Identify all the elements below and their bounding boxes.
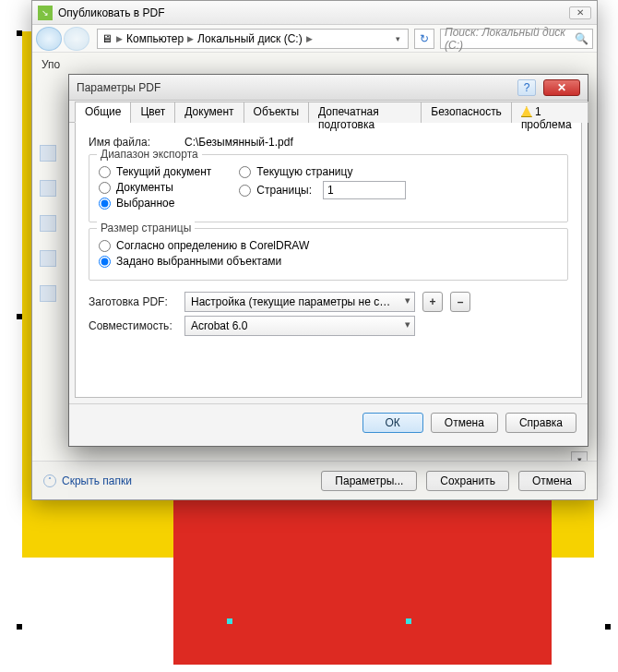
radio-selection-label: Выбранное [116, 197, 174, 210]
sidebar-places [40, 145, 60, 385]
radio-current-page[interactable]: Текущую страницу [239, 165, 406, 178]
tab-general[interactable]: Общие [75, 102, 131, 123]
crumb-computer[interactable]: Компьютер [126, 32, 184, 45]
warning-icon [521, 106, 532, 117]
search-input[interactable]: Поиск: Локальный диск (C:) 🔍 [440, 29, 593, 49]
preset-value: Настройка (текущие параметры не с… [191, 295, 390, 308]
inner-title-text: Параметры PDF [77, 81, 160, 94]
ok-button[interactable]: ОК [362, 413, 423, 433]
radio-documents-label: Документы [116, 181, 173, 194]
preset-combo[interactable]: Настройка (текущие параметры не с… [184, 292, 415, 312]
chevron-right-icon: ▶ [116, 34, 123, 43]
radio-pages-label: Страницы: [256, 184, 312, 197]
hide-folders-toggle[interactable]: ˄ Скрыть папки [43, 474, 132, 487]
tabstrip: Общие Цвет Документ Объекты Допечатная п… [69, 101, 588, 123]
selection-handle[interactable] [605, 624, 611, 630]
computer-icon: 🖥 [101, 32, 113, 45]
compat-combo[interactable]: Acrobat 6.0 [184, 316, 415, 336]
chevron-right-icon: ▶ [187, 34, 194, 43]
sidebar-item[interactable] [40, 285, 56, 302]
search-placeholder: Поиск: Локальный диск (C:) [445, 26, 575, 52]
export-range-title: Диапазон экспорта [97, 148, 202, 161]
help-button[interactable]: ? [517, 79, 536, 96]
sidebar-item[interactable] [40, 145, 56, 162]
help-button-footer[interactable]: Справка [505, 413, 576, 433]
dropdown-arrow[interactable]: ▾ [571, 451, 588, 461]
selection-handle[interactable] [17, 314, 22, 319]
outer-save-button[interactable]: Сохранить [426, 471, 509, 491]
compat-value: Acrobat 6.0 [191, 319, 247, 332]
selection-handle[interactable] [17, 624, 22, 630]
chevron-up-icon: ˄ [43, 474, 56, 487]
inner-footer: ОК Отмена Справка [69, 403, 588, 440]
inner-titlebar: Параметры PDF ? ✕ [69, 75, 588, 101]
tab-problem-label: 1 проблема [521, 105, 572, 131]
inner-close-button[interactable]: ✕ [543, 79, 580, 96]
outer-params-button[interactable]: Параметры... [321, 471, 417, 491]
sidebar-item[interactable] [40, 180, 56, 197]
node-handle[interactable] [227, 618, 232, 624]
tab-document[interactable]: Документ [174, 102, 244, 123]
tab-prepress[interactable]: Допечатная подготовка [308, 102, 422, 123]
radio-by-selection[interactable]: Задано выбранными объектами [99, 255, 558, 268]
pdf-params-dialog: Параметры PDF ? ✕ Общие Цвет Документ Об… [68, 74, 588, 447]
breadcrumb-dropdown[interactable]: ▾ [392, 34, 404, 43]
outer-footer: ˄ Скрыть папки Параметры... Сохранить От… [32, 461, 597, 499]
radio-current-doc[interactable]: Текущий документ [99, 165, 211, 178]
selection-handle[interactable] [17, 30, 22, 36]
breadcrumb-bar[interactable]: 🖥 ▶ Компьютер ▶ Локальный диск (C:) ▶ ▾ [97, 29, 409, 49]
radio-current-page-label: Текущую страницу [256, 165, 352, 178]
tab-problem[interactable]: 1 проблема [511, 102, 588, 123]
sidebar-item[interactable] [40, 215, 56, 232]
pdf-icon: ↘ [38, 6, 53, 20]
page-size-title: Размер страницы [97, 222, 195, 234]
radio-by-corel-label: Согласно определению в CorelDRAW [116, 239, 309, 252]
radio-by-selection-label: Задано выбранными объектами [116, 255, 281, 268]
explorer-toolbar: 🖥 ▶ Компьютер ▶ Локальный диск (C:) ▶ ▾ … [32, 25, 597, 53]
filename-value: C:\Безымянный-1.pdf [184, 136, 293, 149]
radio-pages[interactable]: Страницы: [239, 181, 406, 199]
outer-title-text: Опубликовать в PDF [58, 6, 165, 19]
tab-color[interactable]: Цвет [130, 102, 175, 123]
node-handle[interactable] [406, 618, 411, 624]
preset-add-button[interactable]: + [422, 292, 443, 312]
page-size-group: Размер страницы Согласно определению в C… [89, 228, 568, 281]
outer-titlebar: ↘ Опубликовать в PDF ✕ [32, 1, 597, 25]
truncated-organize-label: Упо [42, 58, 60, 71]
tab-body-general: Имя файла: C:\Безымянный-1.pdf Диапазон … [75, 123, 582, 398]
filename-label: Имя файла: [89, 136, 177, 149]
radio-selection[interactable]: Выбранное [99, 197, 211, 210]
sidebar-item[interactable] [40, 250, 56, 267]
pages-input[interactable] [323, 181, 406, 199]
refresh-button[interactable]: ↻ [414, 29, 434, 49]
chevron-right-icon: ▶ [306, 34, 313, 43]
inner-cancel-button[interactable]: Отмена [431, 413, 498, 433]
crumb-disk[interactable]: Локальный диск (C:) [197, 32, 303, 45]
search-icon: 🔍 [575, 32, 588, 45]
tab-security[interactable]: Безопасность [421, 102, 512, 123]
radio-by-corel[interactable]: Согласно определению в CorelDRAW [99, 239, 558, 252]
preset-remove-button[interactable]: – [450, 292, 470, 312]
tab-objects[interactable]: Объекты [244, 102, 310, 123]
nav-forward-button[interactable] [64, 27, 89, 51]
preset-label: Заготовка PDF: [89, 295, 177, 308]
outer-cancel-button[interactable]: Отмена [518, 471, 586, 491]
outer-close-button[interactable]: ✕ [569, 6, 591, 19]
radio-documents[interactable]: Документы [99, 181, 211, 194]
radio-current-doc-label: Текущий документ [116, 165, 211, 178]
compat-label: Совместимость: [89, 319, 177, 332]
hide-folders-label: Скрыть папки [62, 474, 132, 487]
export-range-group: Диапазон экспорта Текущий документ Докум… [89, 154, 568, 222]
nav-back-button[interactable] [36, 27, 62, 51]
